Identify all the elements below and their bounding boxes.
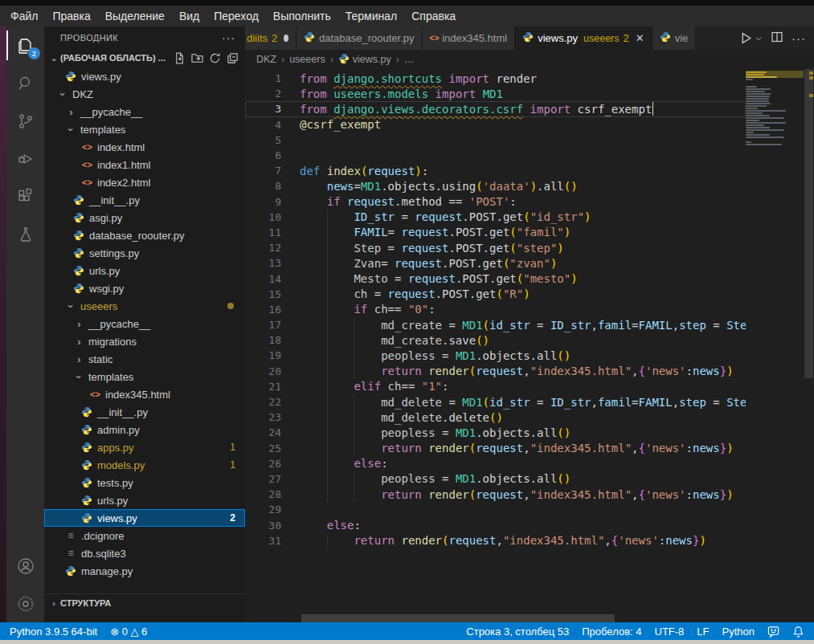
status-eol[interactable]: LF xyxy=(690,626,715,638)
editor-tab-diiits[interactable]: diiits2 xyxy=(245,26,297,50)
explorer-icon[interactable]: 2 xyxy=(6,26,44,64)
breadcrumb-item[interactable]: … xyxy=(404,54,415,65)
tree-item-index-html[interactable]: < >index.html xyxy=(44,138,245,156)
tree-item-db-sqlite3[interactable]: ≡db.sqlite3 xyxy=(44,544,245,562)
vertical-scrollbar-thumb[interactable] xyxy=(804,69,813,378)
code-line[interactable]: 29 xyxy=(245,502,746,517)
source-control-icon[interactable] xyxy=(6,102,44,140)
tree-item--dcignore[interactable]: ≡.dcignore xyxy=(44,527,245,544)
tree-item--pycache-[interactable]: ›__pycache__ xyxy=(44,103,245,120)
code-line[interactable]: 17 md_create = MD1(id_str = ID_str,famil… xyxy=(245,317,746,332)
code-line[interactable]: 15 ch = request.POST.get("R") xyxy=(245,287,746,302)
code-line[interactable]: 2from useeers.models import MD1 xyxy=(245,86,746,101)
notifications-bell-icon[interactable] xyxy=(786,626,811,638)
code-line[interactable]: 10 ID_str = request.POST.get("id_str") xyxy=(245,210,746,225)
tree-item-manage-py[interactable]: manage.py xyxy=(44,562,245,580)
code-line[interactable]: 21 elif ch== "1": xyxy=(245,379,746,394)
code-line[interactable]: 7def index(request): xyxy=(245,163,746,178)
tree-item-apps-py[interactable]: apps.py1 xyxy=(44,438,245,456)
tree-item-useeers[interactable]: ›useeers xyxy=(44,297,245,315)
tree-item-admin-py[interactable]: admin.py xyxy=(44,421,245,438)
tree-item-views-py[interactable]: views.py2 xyxy=(44,509,245,527)
code-line[interactable]: 6 xyxy=(245,148,746,163)
code-line[interactable]: 25 return render(request,"index345.html"… xyxy=(245,441,746,456)
code-line[interactable]: 9 if request.method == 'POST': xyxy=(245,194,746,210)
code-line[interactable]: 1from django.shortcuts import render xyxy=(245,71,746,86)
breadcrumb-item[interactable]: views.py xyxy=(353,54,391,65)
code-line[interactable]: 8 news=MD1.objects.using('daata').all() xyxy=(245,178,746,194)
editor-tab-index345-html[interactable]: < >index345.html xyxy=(423,26,516,50)
search-icon[interactable] xyxy=(6,64,44,102)
tree-item-migrations[interactable]: ›migrations xyxy=(44,332,245,350)
breadcrumb-item[interactable]: useeers xyxy=(289,54,325,65)
menu-item-файл[interactable]: Файл xyxy=(3,8,45,24)
run-python-file-button[interactable] xyxy=(739,31,763,45)
workspace-section-header[interactable]: ⌄ (РАБОЧАЯ ОБЛАСТЬ) ... xyxy=(44,48,245,67)
settings-gear-icon[interactable] xyxy=(6,585,44,622)
extensions-icon[interactable] xyxy=(6,177,44,215)
menu-item-вид[interactable]: Вид xyxy=(172,8,207,24)
feedback-icon[interactable] xyxy=(761,626,786,638)
tree-item-wsgi-py[interactable]: wsgi.py xyxy=(44,279,245,297)
run-debug-icon[interactable] xyxy=(6,140,44,177)
modified-dot-icon[interactable] xyxy=(284,35,288,42)
tree-item-index1-html[interactable]: < >index1.html xyxy=(44,156,245,173)
status-cursor-position[interactable]: Строка 3, столбец 53 xyxy=(460,626,575,638)
code-line[interactable]: 4@csrf_exempt xyxy=(245,117,746,132)
menu-item-справка[interactable]: Справка xyxy=(404,8,463,24)
tree-item-models-py[interactable]: models.py1 xyxy=(44,456,245,474)
code-line[interactable]: 5 xyxy=(245,132,746,148)
testing-icon[interactable] xyxy=(6,215,44,253)
code-line[interactable]: 11 FAMIL= request.POST.get("famil") xyxy=(245,225,746,240)
menu-item-переход[interactable]: Переход xyxy=(207,8,266,24)
tree-item-views-py[interactable]: views.py xyxy=(44,67,245,85)
sidebar-more-actions[interactable]: ··· xyxy=(222,31,235,44)
tree-item-database-roouter-py[interactable]: database_roouter.py xyxy=(44,226,245,244)
tree-item-urls-py[interactable]: urls.py xyxy=(44,262,245,279)
tree-item--init-py[interactable]: __init__.py xyxy=(44,403,245,421)
minimap[interactable] xyxy=(746,71,804,145)
menu-item-правка[interactable]: Правка xyxy=(45,8,97,24)
outline-section-header[interactable]: › СТРУКТУРА xyxy=(44,593,245,611)
code-line[interactable]: 23 md_delete.delete() xyxy=(245,410,746,425)
split-editor-button[interactable] xyxy=(771,31,783,47)
status-encoding[interactable]: UTF-8 xyxy=(648,626,691,638)
tree-item-index345-html[interactable]: < >index345.html xyxy=(44,385,245,403)
status-language-mode[interactable]: Python xyxy=(716,626,761,638)
editor-tab-database-roouter-py[interactable]: database_roouter.py xyxy=(297,26,423,50)
tree-item-dkz[interactable]: ›DKZ xyxy=(44,85,245,103)
tree-item--init-py[interactable]: __init__.py xyxy=(44,191,245,209)
tree-item-settings-py[interactable]: settings.py xyxy=(44,244,245,262)
tree-item-index2-html[interactable]: < >index2.html xyxy=(44,173,245,191)
menu-item-выделение[interactable]: Выделение xyxy=(98,8,172,24)
code-line[interactable]: 24 peopless = MD1.objects.all() xyxy=(245,425,746,440)
code-line[interactable]: 18 md_create.save() xyxy=(245,332,746,348)
code-line[interactable]: 16 if ch== "0": xyxy=(245,302,746,317)
code-line[interactable]: 30 else: xyxy=(245,517,746,532)
vertical-scrollbar[interactable] xyxy=(804,69,814,622)
code-line[interactable]: 27 peopless = MD1.objects.all() xyxy=(245,471,746,487)
horizontal-scrollbar-thumb[interactable] xyxy=(301,614,615,622)
new-folder-icon[interactable] xyxy=(191,52,203,64)
new-file-icon[interactable] xyxy=(174,52,186,64)
code-line[interactable]: 28 return render(request,"index345.html"… xyxy=(245,487,746,502)
menu-item-терминал[interactable]: Терминал xyxy=(338,8,404,24)
status-problems[interactable]: ⊗ 0 △ 6 xyxy=(104,626,153,638)
code-line[interactable]: 19 peopless = MD1.objects.all() xyxy=(245,348,746,363)
tree-item-urls-py[interactable]: urls.py xyxy=(44,491,245,509)
menu-item-выполнить[interactable]: Выполнить xyxy=(266,8,338,24)
code-line[interactable]: 20 return render(request,"index345.html"… xyxy=(245,364,746,379)
account-icon[interactable] xyxy=(6,547,44,585)
tree-item-static[interactable]: ›static xyxy=(44,350,245,368)
close-tab-icon[interactable]: ✕ xyxy=(636,32,644,44)
code-line[interactable]: 14 Mesto = request.POST.get("mesto") xyxy=(245,271,746,286)
code-line[interactable]: 31 return render(request,"index345.html"… xyxy=(245,533,746,548)
editor-tab-vie[interactable]: vie xyxy=(652,26,694,50)
code-line[interactable]: 26 else: xyxy=(245,456,746,471)
collapse-folders-icon[interactable] xyxy=(227,52,239,64)
breadcrumb-item[interactable]: DKZ xyxy=(256,54,276,65)
status-indentation[interactable]: Пробелов: 4 xyxy=(575,626,648,638)
status-python-interpreter[interactable]: Python 3.9.5 64-bit xyxy=(3,626,104,638)
tree-item-templates[interactable]: ›templates xyxy=(44,120,245,138)
breadcrumb[interactable]: DKZ›useeers›views.py›… xyxy=(245,50,814,69)
